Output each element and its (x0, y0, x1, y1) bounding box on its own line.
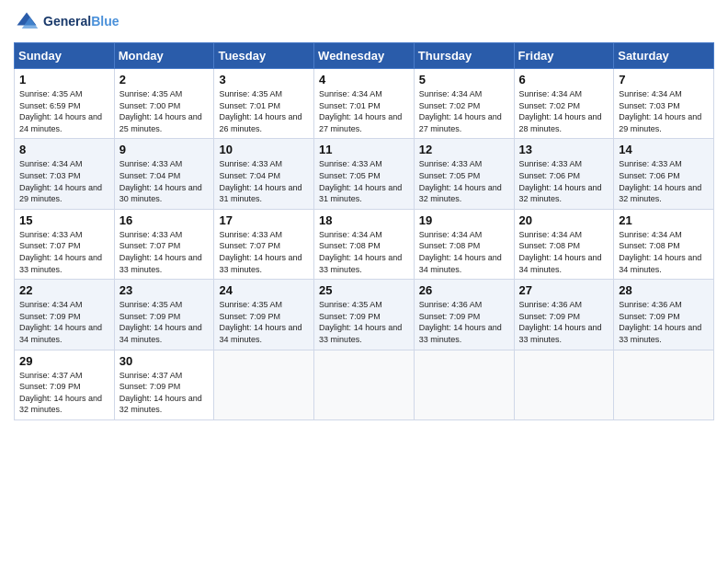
day-cell: 19 Sunrise: 4:34 AMSunset: 7:08 PMDaylig… (414, 209, 514, 279)
day-info: Sunrise: 4:34 AMSunset: 7:02 PMDaylight:… (519, 88, 609, 134)
day-info: Sunrise: 4:35 AMSunset: 6:59 PMDaylight:… (19, 88, 109, 134)
day-info: Sunrise: 4:33 AMSunset: 7:07 PMDaylight:… (219, 229, 309, 275)
day-number: 16 (119, 213, 210, 227)
week-row-5: 29 Sunrise: 4:37 AMSunset: 7:09 PMDaylig… (15, 350, 714, 419)
day-cell (314, 350, 415, 419)
day-info: Sunrise: 4:33 AMSunset: 7:04 PMDaylight:… (119, 158, 210, 204)
day-number: 25 (319, 283, 409, 297)
weekday-header-monday: Monday (114, 43, 214, 69)
day-info: Sunrise: 4:33 AMSunset: 7:04 PMDaylight:… (219, 158, 309, 204)
day-cell: 12 Sunrise: 4:33 AMSunset: 7:05 PMDaylig… (414, 139, 514, 209)
weekday-header-saturday: Saturday (614, 43, 714, 69)
day-number: 20 (519, 213, 609, 227)
day-number: 4 (319, 73, 409, 86)
day-info: Sunrise: 4:34 AMSunset: 7:03 PMDaylight:… (619, 88, 709, 134)
day-number: 23 (119, 283, 210, 297)
page-header: GeneralBlue (14, 9, 714, 35)
day-number: 28 (619, 283, 709, 297)
day-number: 5 (419, 73, 509, 86)
week-row-4: 22 Sunrise: 4:34 AMSunset: 7:09 PMDaylig… (15, 280, 714, 350)
week-row-3: 15 Sunrise: 4:33 AMSunset: 7:07 PMDaylig… (15, 209, 714, 279)
day-cell: 11 Sunrise: 4:33 AMSunset: 7:05 PMDaylig… (314, 139, 415, 209)
day-number: 27 (519, 283, 609, 297)
week-row-1: 1 Sunrise: 4:35 AMSunset: 6:59 PMDayligh… (15, 69, 714, 139)
day-number: 29 (19, 354, 109, 368)
day-info: Sunrise: 4:34 AMSunset: 7:08 PMDaylight:… (319, 229, 409, 275)
weekday-header-row: SundayMondayTuesdayWednesdayThursdayFrid… (15, 43, 714, 69)
day-info: Sunrise: 4:33 AMSunset: 7:07 PMDaylight:… (119, 229, 210, 275)
day-info: Sunrise: 4:34 AMSunset: 7:01 PMDaylight:… (319, 88, 409, 134)
day-info: Sunrise: 4:37 AMSunset: 7:09 PMDaylight:… (19, 370, 109, 416)
day-number: 21 (619, 213, 709, 227)
day-info: Sunrise: 4:34 AMSunset: 7:03 PMDaylight:… (19, 158, 109, 204)
day-cell: 20 Sunrise: 4:34 AMSunset: 7:08 PMDaylig… (514, 209, 614, 279)
day-number: 7 (619, 73, 709, 86)
day-number: 9 (119, 143, 210, 156)
day-number: 30 (119, 354, 210, 368)
day-info: Sunrise: 4:35 AMSunset: 7:00 PMDaylight:… (119, 88, 210, 134)
day-cell: 1 Sunrise: 4:35 AMSunset: 6:59 PMDayligh… (15, 69, 115, 139)
weekday-header-friday: Friday (514, 43, 614, 69)
calendar-page: GeneralBlue SundayMondayTuesdayWednesday… (0, 0, 728, 563)
day-cell: 7 Sunrise: 4:34 AMSunset: 7:03 PMDayligh… (614, 69, 714, 139)
day-info: Sunrise: 4:33 AMSunset: 7:05 PMDaylight:… (419, 158, 509, 204)
day-number: 17 (219, 213, 309, 227)
day-cell: 30 Sunrise: 4:37 AMSunset: 7:09 PMDaylig… (114, 350, 214, 419)
day-number: 18 (319, 213, 409, 227)
day-cell: 29 Sunrise: 4:37 AMSunset: 7:09 PMDaylig… (15, 350, 115, 419)
day-cell (414, 350, 514, 419)
day-number: 2 (119, 73, 210, 86)
day-cell: 13 Sunrise: 4:33 AMSunset: 7:06 PMDaylig… (514, 139, 614, 209)
logo: GeneralBlue (14, 9, 119, 35)
day-cell: 28 Sunrise: 4:36 AMSunset: 7:09 PMDaylig… (614, 280, 714, 350)
day-number: 26 (419, 283, 509, 297)
day-info: Sunrise: 4:35 AMSunset: 7:01 PMDaylight:… (219, 88, 309, 134)
day-info: Sunrise: 4:34 AMSunset: 7:08 PMDaylight:… (519, 229, 609, 275)
day-info: Sunrise: 4:34 AMSunset: 7:08 PMDaylight:… (419, 229, 509, 275)
day-cell (614, 350, 714, 419)
day-info: Sunrise: 4:33 AMSunset: 7:05 PMDaylight:… (319, 158, 409, 204)
day-info: Sunrise: 4:36 AMSunset: 7:09 PMDaylight:… (619, 299, 709, 345)
weekday-header-sunday: Sunday (15, 43, 115, 69)
day-cell: 10 Sunrise: 4:33 AMSunset: 7:04 PMDaylig… (214, 139, 314, 209)
weekday-header-thursday: Thursday (414, 43, 514, 69)
day-cell: 27 Sunrise: 4:36 AMSunset: 7:09 PMDaylig… (514, 280, 614, 350)
day-cell: 24 Sunrise: 4:35 AMSunset: 7:09 PMDaylig… (214, 280, 314, 350)
day-number: 10 (219, 143, 309, 156)
day-info: Sunrise: 4:36 AMSunset: 7:09 PMDaylight:… (519, 299, 609, 345)
day-info: Sunrise: 4:35 AMSunset: 7:09 PMDaylight:… (119, 299, 210, 345)
day-cell: 5 Sunrise: 4:34 AMSunset: 7:02 PMDayligh… (414, 69, 514, 139)
day-cell: 23 Sunrise: 4:35 AMSunset: 7:09 PMDaylig… (114, 280, 214, 350)
day-info: Sunrise: 4:33 AMSunset: 7:06 PMDaylight:… (619, 158, 709, 204)
day-cell (214, 350, 314, 419)
day-number: 13 (519, 143, 609, 156)
day-info: Sunrise: 4:34 AMSunset: 7:02 PMDaylight:… (419, 88, 509, 134)
day-cell: 6 Sunrise: 4:34 AMSunset: 7:02 PMDayligh… (514, 69, 614, 139)
day-cell: 17 Sunrise: 4:33 AMSunset: 7:07 PMDaylig… (214, 209, 314, 279)
day-number: 6 (519, 73, 609, 86)
logo-icon (14, 9, 40, 35)
day-number: 12 (419, 143, 509, 156)
day-info: Sunrise: 4:33 AMSunset: 7:06 PMDaylight:… (519, 158, 609, 204)
day-info: Sunrise: 4:34 AMSunset: 7:09 PMDaylight:… (19, 299, 109, 345)
weekday-header-tuesday: Tuesday (214, 43, 314, 69)
week-row-2: 8 Sunrise: 4:34 AMSunset: 7:03 PMDayligh… (15, 139, 714, 209)
day-cell: 18 Sunrise: 4:34 AMSunset: 7:08 PMDaylig… (314, 209, 415, 279)
day-number: 19 (419, 213, 509, 227)
day-cell: 21 Sunrise: 4:34 AMSunset: 7:08 PMDaylig… (614, 209, 714, 279)
day-info: Sunrise: 4:35 AMSunset: 7:09 PMDaylight:… (219, 299, 309, 345)
day-number: 11 (319, 143, 409, 156)
day-number: 14 (619, 143, 709, 156)
day-number: 8 (19, 143, 109, 156)
day-cell: 9 Sunrise: 4:33 AMSunset: 7:04 PMDayligh… (114, 139, 214, 209)
calendar-table: SundayMondayTuesdayWednesdayThursdayFrid… (14, 42, 714, 420)
day-cell: 8 Sunrise: 4:34 AMSunset: 7:03 PMDayligh… (15, 139, 115, 209)
day-cell: 3 Sunrise: 4:35 AMSunset: 7:01 PMDayligh… (214, 69, 314, 139)
day-info: Sunrise: 4:36 AMSunset: 7:09 PMDaylight:… (419, 299, 509, 345)
day-number: 15 (19, 213, 109, 227)
day-info: Sunrise: 4:33 AMSunset: 7:07 PMDaylight:… (19, 229, 109, 275)
day-info: Sunrise: 4:35 AMSunset: 7:09 PMDaylight:… (319, 299, 409, 345)
day-cell (514, 350, 614, 419)
weekday-header-wednesday: Wednesday (314, 43, 415, 69)
day-number: 22 (19, 283, 109, 297)
